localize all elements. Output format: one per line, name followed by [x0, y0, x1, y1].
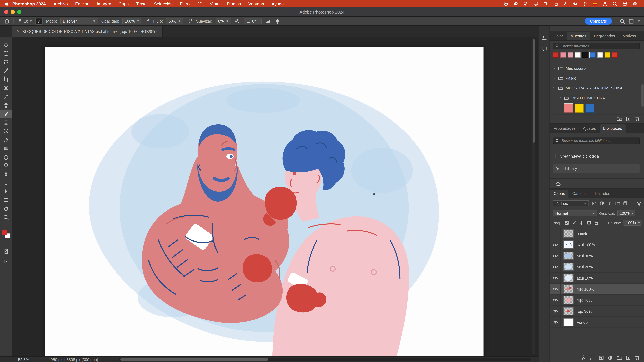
- document-tab[interactable]: × BLOQUES DE COLOR-RISO A 2 TINTAS.psd a…: [12, 26, 162, 37]
- assistant-icon[interactable]: [513, 1, 518, 6]
- layer-row-selected[interactable]: rojo 100%: [550, 284, 644, 295]
- filter-toggle-icon[interactable]: [636, 201, 642, 206]
- move-tool[interactable]: [0, 40, 12, 49]
- path-selection-tool[interactable]: [0, 187, 12, 196]
- layer-thumbnail[interactable]: [564, 241, 574, 248]
- lock-artboard-icon[interactable]: [586, 220, 591, 225]
- layer-thumbnail[interactable]: [564, 274, 574, 282]
- color-swatch-control[interactable]: [2, 230, 11, 240]
- menu-vista[interactable]: Vista: [210, 1, 220, 6]
- tab-capas[interactable]: Capas: [550, 190, 568, 198]
- screen-mode-icon[interactable]: [0, 257, 12, 266]
- marquee-tool[interactable]: [0, 49, 12, 58]
- layer-row[interactable]: azul 30%: [550, 250, 644, 261]
- windows-icon[interactable]: [553, 1, 558, 6]
- menu-seleccion[interactable]: Selección: [154, 1, 173, 6]
- swatch[interactable]: [597, 52, 603, 58]
- lasso-tool[interactable]: [0, 58, 12, 66]
- tab-motivos[interactable]: Motivos: [619, 32, 640, 40]
- delete-swatch-icon[interactable]: [634, 116, 640, 122]
- layer-thumbnail[interactable]: [564, 263, 574, 271]
- workspace-switcher-icon[interactable]: [628, 18, 634, 24]
- layer-row[interactable]: rojo 70%: [550, 295, 644, 306]
- tab-ajustes[interactable]: Ajustes: [579, 124, 600, 133]
- layer-row[interactable]: boceto: [550, 228, 644, 239]
- history-brush-tool[interactable]: [0, 127, 12, 135]
- spotlight-icon[interactable]: [612, 1, 617, 6]
- dodge-tool[interactable]: [0, 161, 12, 170]
- foreground-color-swatch[interactable]: [2, 230, 7, 235]
- pen-tool[interactable]: [0, 170, 12, 178]
- adjustment-layer-icon[interactable]: [608, 355, 613, 361]
- brush-settings-panel-toggle[interactable]: [36, 18, 43, 24]
- home-icon[interactable]: [4, 18, 10, 24]
- properties-panel-icon[interactable]: [541, 35, 548, 41]
- brush-preset-picker[interactable]: 10 ▼: [17, 18, 32, 24]
- smoothing-select[interactable]: 0%▼: [216, 18, 231, 24]
- layer-thumbnail[interactable]: [564, 285, 574, 293]
- panel-scrollbar-thumb[interactable]: [642, 84, 644, 107]
- add-library-element-icon[interactable]: [634, 181, 640, 187]
- tab-bibliotecas[interactable]: Bibliotecas: [600, 124, 626, 133]
- menu-ventana[interactable]: Ventana: [248, 1, 264, 6]
- menubar-app-name[interactable]: Photoshop 2024: [12, 1, 46, 6]
- layer-visibility-toggle[interactable]: [550, 284, 561, 294]
- symmetry-icon[interactable]: [274, 18, 280, 24]
- layer-row[interactable]: azul 20%: [550, 261, 644, 273]
- comments-panel-icon[interactable]: [541, 45, 548, 52]
- layer-visibility-toggle[interactable]: [550, 306, 561, 317]
- search-icon[interactable]: [619, 18, 625, 24]
- brush-angle-field[interactable]: 0°: [244, 18, 262, 24]
- swatch-riso-yellow[interactable]: [574, 104, 584, 113]
- lock-position-icon[interactable]: [579, 220, 584, 225]
- swatch[interactable]: [560, 52, 566, 58]
- swatch-group-palido[interactable]: › Pálido: [553, 73, 576, 82]
- layer-visibility-toggle[interactable]: [550, 261, 561, 272]
- quick-mask-icon[interactable]: [0, 247, 12, 256]
- swatch-riso-blue[interactable]: [585, 104, 594, 113]
- apple-menu-icon[interactable]: [4, 1, 9, 6]
- lock-transparency-icon[interactable]: [564, 220, 569, 225]
- status-options-chevron-icon[interactable]: ›: [108, 358, 110, 362]
- lock-pixels-icon[interactable]: [572, 220, 576, 225]
- layer-row[interactable]: Fondo: [550, 317, 644, 328]
- opacity-select[interactable]: 100%▼: [122, 18, 140, 24]
- clone-stamp-tool[interactable]: [0, 118, 12, 127]
- control-center-icon[interactable]: [622, 1, 628, 6]
- zoom-level[interactable]: 52,5%: [18, 358, 29, 362]
- cloud-sync-icon[interactable]: [555, 181, 562, 187]
- layer-mask-icon[interactable]: [598, 355, 604, 361]
- new-swatch-icon[interactable]: [626, 116, 631, 122]
- tab-trazados[interactable]: Trazados: [590, 190, 614, 198]
- filter-shape-layers-icon[interactable]: [615, 201, 620, 206]
- layer-thumbnail[interactable]: [564, 319, 574, 326]
- wifi-icon[interactable]: [582, 1, 587, 6]
- menu-texto[interactable]: Texto: [136, 1, 146, 6]
- swatch[interactable]: [604, 52, 610, 58]
- swatch-group-mas-oscuro[interactable]: › Más oscuro: [553, 64, 586, 73]
- pressure-size-icon[interactable]: [265, 18, 271, 24]
- layer-visibility-toggle[interactable]: [550, 317, 561, 328]
- gradient-tool[interactable]: [0, 144, 12, 153]
- filter-type-layers-icon[interactable]: T: [607, 201, 612, 206]
- type-tool[interactable]: T: [0, 178, 12, 187]
- library-item[interactable]: Your Library: [553, 164, 640, 173]
- layer-thumbnail[interactable]: [564, 252, 574, 259]
- layers-opacity-value[interactable]: 100%▼: [617, 210, 635, 216]
- zoom-tool[interactable]: [0, 213, 12, 222]
- document-canvas[interactable]: [45, 47, 483, 356]
- stage-manager-icon[interactable]: [544, 1, 548, 6]
- user-icon[interactable]: [602, 1, 608, 6]
- layer-visibility-toggle[interactable]: [550, 250, 561, 261]
- eyedropper-tool[interactable]: [0, 92, 12, 101]
- tab-propiedades[interactable]: Propiedades: [550, 124, 579, 133]
- swatch-group-muestras-riso[interactable]: › MUESTRAS-RISO-DOMESTIKA: [553, 83, 622, 92]
- tab-canales[interactable]: Canales: [569, 190, 590, 198]
- close-document-icon[interactable]: ×: [17, 29, 20, 34]
- display-icon[interactable]: [533, 1, 538, 6]
- frame-tool[interactable]: [0, 84, 12, 92]
- blend-mode-select[interactable]: Disolver▼: [60, 18, 98, 24]
- swatches-search-input[interactable]: Buscar muestras: [553, 43, 640, 49]
- zoom-window-button[interactable]: [17, 10, 21, 14]
- menu-3d[interactable]: 3D: [197, 1, 202, 6]
